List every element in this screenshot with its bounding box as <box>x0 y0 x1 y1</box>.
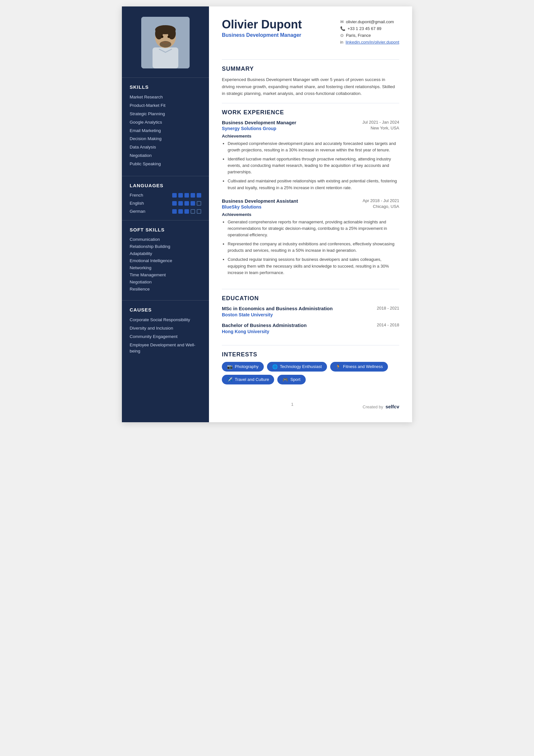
header-right: ✉ olivier.dupont@gmail.com 📞 +33 1 23 45… <box>340 19 399 44</box>
cause-item: Community Engagement <box>130 334 201 340</box>
svg-point-7 <box>161 36 164 38</box>
dot-filled <box>185 193 189 198</box>
language-row: German <box>130 209 201 214</box>
achievement-item: Conducted regular training sessions for … <box>228 256 399 276</box>
language-dots <box>172 201 201 205</box>
work-title: Business Development Manager <box>222 120 296 125</box>
interest-label: Travel and Culture <box>235 377 269 382</box>
work-entry: Business Development ManagerJul 2021 - J… <box>222 120 399 191</box>
work-jobs-list: Business Development ManagerJul 2021 - J… <box>222 120 399 276</box>
skills-title: SKILLS <box>130 84 201 90</box>
interest-label: Technology Enthusiast <box>280 364 322 369</box>
interest-label: Fitness and Wellness <box>343 364 383 369</box>
work-experience-title: WORK EXPERIENCE <box>222 109 399 116</box>
interest-tag: 🏃Fitness and Wellness <box>330 362 388 371</box>
soft-skill-item: Resilience <box>130 287 201 291</box>
work-company: Synergy Solutions Group <box>222 126 276 131</box>
email-icon: ✉ <box>340 19 344 24</box>
footer-branding: Created by selfcv <box>363 404 399 409</box>
work-location: Chicago, USA <box>373 204 399 209</box>
skill-item: Market Research <box>130 94 201 100</box>
svg-rect-1 <box>153 47 178 68</box>
interest-label: Photography <box>235 364 259 369</box>
svg-point-8 <box>168 36 170 38</box>
achievements-list: Generated comprehensive reports for mana… <box>222 219 399 276</box>
job-title: Business Development Manager <box>222 32 302 38</box>
phone-contact: 📞 +33 1 23 45 67 89 <box>340 26 399 31</box>
language-name: German <box>130 209 152 214</box>
language-row: French <box>130 193 201 198</box>
photo-section <box>122 7 209 77</box>
profile-photo <box>141 17 190 68</box>
skill-item: Negotiation <box>130 153 201 159</box>
interest-icon: 📷 <box>227 364 233 369</box>
svg-point-6 <box>160 41 171 47</box>
soft-skills-list: CommunicationRelationship BuildingAdapta… <box>130 237 201 291</box>
location-contact: ⊙ Paris, France <box>340 33 399 38</box>
edu-year: 2018 - 2021 <box>377 306 399 310</box>
linkedin-contact[interactable]: in linkedin.com/in/olivier.dupont <box>340 40 399 44</box>
resume-container: SKILLS Market ResearchProduct-Market Fit… <box>122 7 412 422</box>
edu-entry: Bachelor of Business AdministrationHong … <box>222 322 399 334</box>
work-sub: Synergy Solutions GroupNew York, USA <box>222 125 399 131</box>
header-section: Olivier Dupont Business Development Mana… <box>222 18 399 44</box>
interest-tag: 📷Photography <box>222 362 264 371</box>
edu-school: Boston State University <box>222 312 333 317</box>
edu-degree: Bachelor of Business Administration <box>222 322 307 328</box>
soft-skill-item: Networking <box>130 265 201 270</box>
location-text: Paris, France <box>346 33 371 38</box>
dot-filled <box>178 193 183 198</box>
interest-icon: 🌐 <box>272 364 278 369</box>
dot-filled <box>172 201 177 205</box>
language-dots <box>172 193 201 198</box>
phone-icon: 📞 <box>340 26 345 31</box>
achievements-label: Achievements <box>222 134 399 139</box>
email-contact: ✉ olivier.dupont@gmail.com <box>340 19 399 24</box>
soft-skill-item: Negotiation <box>130 280 201 284</box>
dot-filled <box>191 193 195 198</box>
soft-skills-title: SOFT SKILLS <box>130 227 201 232</box>
causes-section: CAUSES Corporate Social ResponsibilityDi… <box>122 300 209 363</box>
summary-title: SUMMARY <box>222 66 399 72</box>
education-divider <box>222 345 399 345</box>
language-name: French <box>130 193 152 198</box>
soft-skill-item: Time Management <box>130 272 201 277</box>
header-left: Olivier Dupont Business Development Mana… <box>222 18 302 38</box>
causes-list: Corporate Social ResponsibilityDiversity… <box>130 317 201 354</box>
interest-icon: ✈️ <box>227 377 233 382</box>
dot-filled <box>185 209 189 214</box>
language-row: English <box>130 201 201 205</box>
skill-item: Decision Making <box>130 136 201 142</box>
achievement-item: Cultivated and maintained positive relat… <box>228 178 399 191</box>
achievements-label: Achievements <box>222 212 399 217</box>
dot-filled <box>185 201 189 205</box>
sidebar: SKILLS Market ResearchProduct-Market Fit… <box>122 7 209 422</box>
languages-section: LANGUAGES FrenchEnglishGerman <box>122 176 209 220</box>
email-text: olivier.dupont@gmail.com <box>346 19 394 24</box>
education-section: EDUCATION MSc in Economics and Business … <box>222 295 399 339</box>
work-date: Apr 2018 - Jul 2021 <box>363 198 399 203</box>
causes-title: CAUSES <box>130 307 201 312</box>
skill-item: Product-Market Fit <box>130 103 201 109</box>
work-sub: BlueSky SolutionsChicago, USA <box>222 204 399 209</box>
languages-list: FrenchEnglishGerman <box>130 193 201 214</box>
header-divider <box>222 59 399 60</box>
dot-empty <box>197 209 201 214</box>
dot-filled <box>197 193 201 198</box>
skills-list: Market ResearchProduct-Market FitStrateg… <box>130 94 201 167</box>
interest-tag: 🎮Sport <box>277 375 305 385</box>
linkedin-link[interactable]: linkedin.com/in/olivier.dupont <box>346 40 399 44</box>
phone-text: +33 1 23 45 67 89 <box>348 26 381 31</box>
edu-degree: MSc in Economics and Business Administra… <box>222 306 333 311</box>
location-icon: ⊙ <box>340 33 344 38</box>
achievement-item: Identified lucrative market opportunitie… <box>228 156 399 175</box>
skill-item: Strategic Planning <box>130 111 201 117</box>
created-by-text: Created by <box>363 404 383 409</box>
dot-filled <box>172 193 177 198</box>
soft-skill-item: Emotional Intelligence <box>130 258 201 263</box>
summary-divider <box>222 103 399 103</box>
cause-item: Corporate Social Responsibility <box>130 317 201 323</box>
interests-container: 📷Photography🌐Technology Enthusiast🏃Fitne… <box>222 362 399 385</box>
language-name: English <box>130 201 152 205</box>
main-content: Olivier Dupont Business Development Mana… <box>209 7 412 422</box>
